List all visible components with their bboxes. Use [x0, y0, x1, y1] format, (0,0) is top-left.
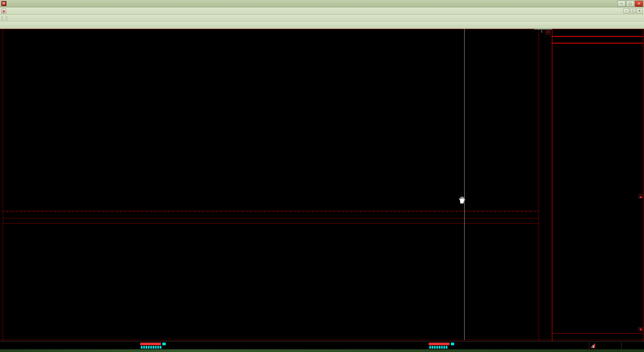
quote-header[interactable] — [552, 29, 643, 36]
toolbar-grip[interactable] — [1, 16, 3, 20]
maximize-button[interactable]: ▢ — [626, 1, 634, 7]
quote-panel: ▲ ▼ — [552, 29, 643, 341]
mdi-close-button[interactable]: ✕ — [637, 8, 643, 13]
axis-lock-icon[interactable]: ⇕ — [540, 30, 543, 33]
app-icon: M — [1, 1, 6, 6]
scroll-up-icon[interactable]: ▲ — [639, 194, 643, 198]
price-axis[interactable]: ⇕ 日 — [539, 29, 552, 341]
hand-cursor-icon — [458, 195, 466, 204]
period-icon[interactable]: 日 — [546, 29, 550, 35]
sh-volume-gauge — [140, 343, 174, 349]
desktop-wallpaper — [0, 349, 644, 352]
panel-tabs — [552, 333, 643, 341]
mdi-restore-button[interactable]: ▢ — [630, 8, 636, 13]
scroll-down-icon[interactable]: ▼ — [639, 327, 643, 331]
chart-ohlc-line — [1, 39, 2, 44]
indicator-wv-row[interactable] — [3, 218, 539, 224]
toolbar-grip[interactable] — [6, 16, 7, 20]
minimize-button[interactable]: ─ — [618, 1, 626, 7]
time-axis[interactable] — [3, 211, 539, 218]
menu-bar: ▦ ─ ▢ ✕ — [0, 7, 644, 15]
current-price-tag — [534, 29, 552, 30]
mdi-child-icon: ▦ — [1, 9, 6, 13]
exchange-name — [552, 37, 643, 43]
volume-indicator-chart[interactable] — [3, 235, 539, 340]
signal-icon — [591, 343, 596, 348]
title-bar: M ─ ▢ ✕ — [0, 0, 644, 7]
sz-volume-gauge — [429, 343, 462, 349]
mdi-minimize-button[interactable]: ─ — [623, 8, 629, 13]
app-window: M ─ ▢ ✕ ▦ ─ ▢ ✕ — [0, 0, 644, 352]
status-bar — [0, 341, 644, 349]
chart-workspace: ⇕ 日 ▲ ▼ — [0, 29, 644, 341]
close-button[interactable]: ✕ — [635, 1, 643, 7]
strategy-toolbar — [0, 15, 644, 21]
crosshair-line — [464, 29, 465, 340]
main-candle-chart[interactable] — [3, 33, 539, 211]
icon-toolbar — [0, 21, 644, 29]
